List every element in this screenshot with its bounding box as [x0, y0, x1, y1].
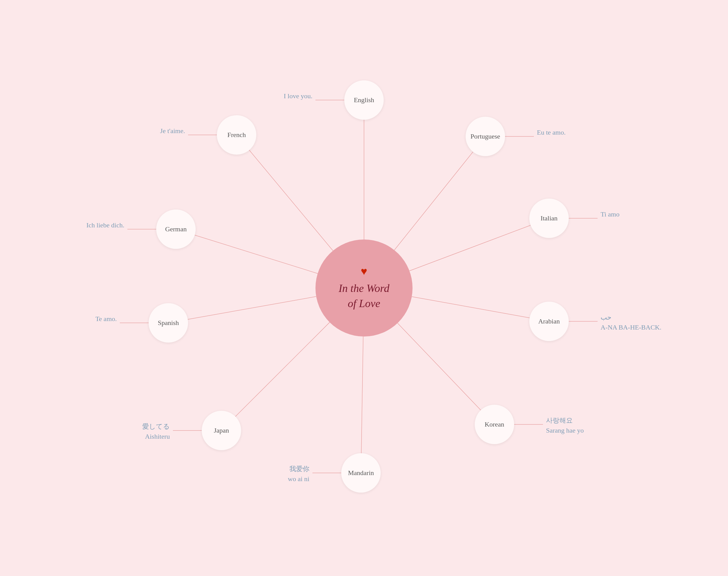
phrase-line1-portuguese: Eu te amo.: [537, 127, 566, 137]
phrase-portuguese: Eu te amo.: [537, 127, 566, 137]
language-circle-mandarin: Mandarin: [341, 453, 381, 493]
language-circle-italian: Italian: [529, 199, 569, 238]
phrase-german: Ich liebe dich.: [86, 220, 124, 230]
center-node: ♥ In the Word of Love: [315, 239, 413, 337]
language-circle-english: English: [344, 80, 384, 120]
phrase-line1-italian: Ti amo: [600, 209, 619, 219]
svg-line-8: [410, 225, 531, 271]
phrase-line1-german: Ich liebe dich.: [86, 220, 124, 230]
language-circle-arabian: Arabian: [529, 301, 569, 341]
svg-line-18: [361, 337, 363, 453]
language-circle-german: German: [156, 209, 196, 249]
phrase-line2-korean: Sarang hae yo: [546, 425, 584, 435]
language-circle-spanish: Spanish: [149, 303, 188, 343]
phrase-line1-english: I love you.: [284, 91, 312, 101]
phrase-line2-japan: Aishiteru: [142, 431, 170, 441]
language-circle-french: French: [217, 115, 256, 154]
phrase-italian: Ti amo: [600, 209, 619, 219]
phrase-mandarin: 我爱你wo ai ni: [288, 464, 309, 484]
center-title: In the Word of Love: [338, 281, 389, 311]
phrase-line1-mandarin: 我爱你: [288, 464, 309, 474]
phrase-line2-arabian: A-NA BA-HE-BACK.: [600, 322, 661, 332]
svg-line-10: [188, 296, 316, 319]
phrase-japan: 愛してるAishiteru: [142, 422, 170, 441]
phrase-line1-japan: 愛してる: [142, 422, 170, 431]
svg-line-16: [398, 323, 481, 410]
svg-line-14: [235, 322, 330, 416]
phrase-line1-spanish: Te amo.: [95, 314, 117, 324]
language-circle-japan: Japan: [202, 411, 241, 450]
phrase-line2-mandarin: wo ai ni: [288, 474, 309, 484]
heart-icon: ♥: [361, 265, 367, 278]
phrase-line1-arabian: حب: [600, 312, 661, 322]
svg-line-4: [249, 150, 333, 251]
svg-line-2: [394, 152, 473, 250]
phrase-english: I love you.: [284, 91, 312, 101]
language-circle-korean: Korean: [475, 405, 514, 444]
svg-line-12: [412, 296, 530, 318]
phrase-korean: 사랑해요Sarang hae yo: [546, 415, 584, 435]
phrase-line1-french: Je t'aime.: [160, 126, 185, 136]
phrase-french: Je t'aime.: [160, 126, 185, 136]
svg-line-6: [195, 235, 317, 273]
phrase-line1-korean: 사랑해요: [546, 415, 584, 425]
phrase-spanish: Te amo.: [95, 314, 117, 324]
language-circle-portuguese: Portuguese: [466, 117, 505, 156]
phrase-arabian: حبA-NA BA-HE-BACK.: [600, 312, 661, 332]
